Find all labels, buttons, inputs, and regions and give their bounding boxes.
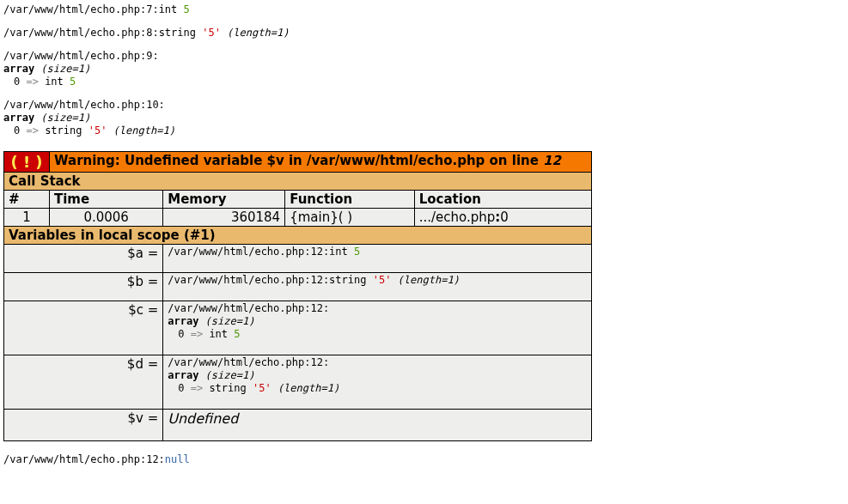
error-message: Warning: Undefined variable $v in /var/w… — [50, 152, 592, 173]
item-value: '5' — [88, 124, 107, 137]
dump-type: string — [159, 27, 203, 39]
dump-array-header: array (size=1) — [3, 112, 845, 124]
stack-memory: 360184 — [163, 209, 285, 227]
var-value: /var/www/html/echo.php:12:int 5 — [163, 245, 592, 273]
loc-path: .../echo.php — [419, 209, 496, 225]
dump-type: int — [329, 246, 354, 258]
scope-var-row: $a = /var/www/html/echo.php:12:int 5 — [4, 245, 592, 273]
array-size: (size=1) — [198, 369, 254, 381]
item-length: (length=1) — [107, 124, 174, 137]
scope-var-row: $v = Undefined — [4, 410, 592, 441]
callstack-label: Call Stack — [4, 173, 592, 191]
dump-length: (length=1) — [221, 27, 289, 39]
undefined-label: Undefined — [168, 410, 587, 427]
item-value: 5 — [70, 76, 76, 88]
dump-path: /var/www/html/echo.php:12: — [168, 302, 587, 315]
xdebug-var-dump: /var/www/html/echo.php:10: array (size=1… — [3, 99, 845, 137]
callstack-header: Call Stack — [4, 173, 592, 191]
array-label: array — [3, 63, 34, 75]
dump-type: string — [329, 274, 373, 286]
var-name: $c = — [4, 301, 163, 355]
callstack-row: 1 0.0006 360184 {main}( ) .../echo.php:0 — [4, 209, 592, 227]
var-name: $b = — [4, 273, 163, 301]
dump-path: /var/www/html/echo.php:7: — [3, 3, 159, 15]
var-value: Undefined — [163, 410, 592, 441]
arrow-icon: => — [26, 124, 38, 137]
item-type: int — [39, 76, 70, 88]
item-value: '5' — [253, 382, 271, 394]
dump-type: int — [159, 3, 184, 15]
var-name: $d = — [4, 355, 163, 410]
dump-value: 5 — [184, 3, 190, 15]
array-label: array — [168, 369, 198, 381]
dump-line: /var/www/html/echo.php:7:int 5 — [3, 3, 845, 16]
item-value: 5 — [234, 328, 240, 340]
array-key: 0 — [14, 76, 26, 88]
dump-path: /var/www/html/echo.php:9: — [3, 50, 845, 63]
error-line: 12 — [543, 153, 561, 168]
stack-time: 0.0006 — [50, 209, 163, 227]
dump-line: /var/www/html/echo.php:8:string '5' (len… — [3, 27, 845, 39]
array-key: 0 — [178, 328, 190, 340]
dump-path: /var/www/html/echo.php:12: — [168, 356, 587, 369]
dump-array-header: array (size=1) — [3, 63, 845, 76]
dump-value: null — [165, 453, 190, 465]
array-key: 0 — [178, 382, 190, 394]
item-length: (length=1) — [271, 382, 339, 394]
array-size: (size=1) — [198, 315, 254, 327]
dump-value: 5 — [354, 246, 360, 258]
arrow-icon: => — [26, 76, 38, 88]
array-item: 0 => int 5 — [3, 76, 845, 88]
scope-var-row: $b = /var/www/html/echo.php:12:string '5… — [4, 273, 592, 301]
loc-line: 0 — [500, 209, 509, 225]
error-text: Warning: Undefined variable $v in /var/w… — [54, 153, 543, 168]
warning-icon: ( ! ) — [4, 152, 50, 173]
dump-path: /var/www/html/echo.php:10: — [3, 99, 845, 112]
xdebug-var-dump: /var/www/html/echo.php:9: array (size=1)… — [3, 50, 845, 88]
array-size: (size=1) — [34, 63, 90, 75]
arrow-icon: => — [191, 382, 203, 394]
dump-path: /var/www/html/echo.php:12: — [168, 274, 329, 286]
item-type: string — [203, 382, 253, 394]
dump-value: '5' — [202, 27, 221, 39]
var-name: $v = — [4, 410, 163, 441]
xdebug-var-dump: /var/www/html/echo.php:7:int 5 — [3, 3, 845, 16]
col-location: Location — [414, 191, 591, 209]
stack-location: .../echo.php:0 — [414, 209, 591, 227]
error-header-row: ( ! ) Warning: Undefined variable $v in … — [4, 152, 592, 173]
var-value: /var/www/html/echo.php:12: array (size=1… — [163, 355, 592, 410]
col-function: Function — [285, 191, 415, 209]
scope-label: Variables in local scope (#1) — [4, 227, 592, 245]
scope-var-row: $d = /var/www/html/echo.php:12: array (s… — [4, 355, 592, 410]
var-value: /var/www/html/echo.php:12:string '5' (le… — [163, 273, 592, 301]
array-label: array — [168, 315, 198, 327]
scope-var-row: $c = /var/www/html/echo.php:12: array (s… — [4, 301, 592, 355]
array-item: 0 => string '5' (length=1) — [3, 124, 845, 137]
xdebug-var-dump: /var/www/html/echo.php:8:string '5' (len… — [3, 27, 845, 39]
item-type: string — [39, 124, 88, 137]
col-num: # — [4, 191, 50, 209]
stack-function: {main}( ) — [285, 209, 415, 227]
array-size: (size=1) — [34, 112, 90, 124]
array-key: 0 — [14, 124, 26, 137]
array-label: array — [3, 112, 34, 124]
dump-path: /var/www/html/echo.php:12: — [168, 246, 329, 258]
scope-header: Variables in local scope (#1) — [4, 227, 592, 245]
stack-num: 1 — [4, 209, 50, 227]
xdebug-error-table: ( ! ) Warning: Undefined variable $v in … — [3, 151, 592, 441]
col-memory: Memory — [163, 191, 285, 209]
dump-path: /var/www/html/echo.php:8: — [3, 27, 159, 39]
arrow-icon: => — [191, 328, 203, 340]
item-type: int — [203, 328, 234, 340]
var-value: /var/www/html/echo.php:12: array (size=1… — [163, 301, 592, 355]
var-name: $a = — [4, 245, 163, 273]
dump-value: '5' — [373, 274, 392, 286]
callstack-columns: # Time Memory Function Location — [4, 191, 592, 209]
xdebug-var-dump: /var/www/html/echo.php:12:null — [3, 453, 845, 466]
dump-length: (length=1) — [391, 274, 459, 286]
dump-path: /var/www/html/echo.php:12: — [3, 453, 165, 465]
col-time: Time — [50, 191, 163, 209]
